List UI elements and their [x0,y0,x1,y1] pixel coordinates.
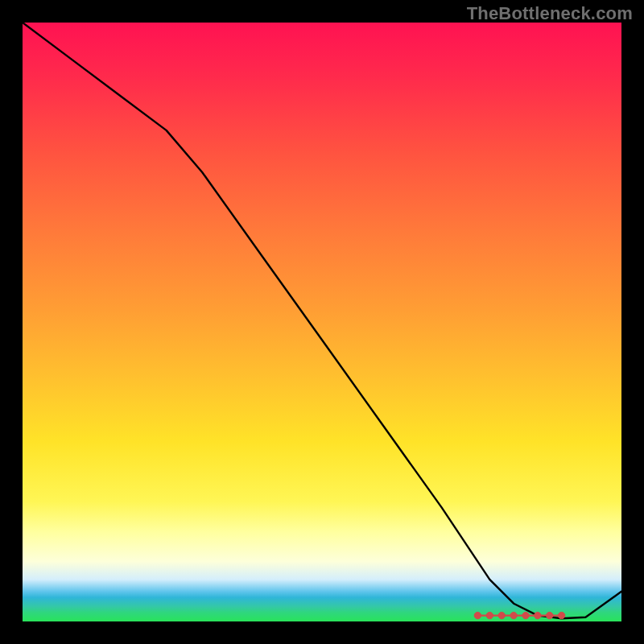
marker-point [558,612,564,618]
marker-point [535,612,541,618]
marker-point [547,612,553,618]
chart-svg [23,23,621,621]
chart-container: TheBottleneck.com [0,0,644,644]
marker-point [486,612,493,618]
marker-point [474,612,481,618]
plot-area [23,23,621,621]
marker-point [522,612,529,618]
marker-point [510,612,517,618]
watermark-text: TheBottleneck.com [467,3,633,24]
marker-point [498,612,505,618]
data-line [23,23,621,618]
